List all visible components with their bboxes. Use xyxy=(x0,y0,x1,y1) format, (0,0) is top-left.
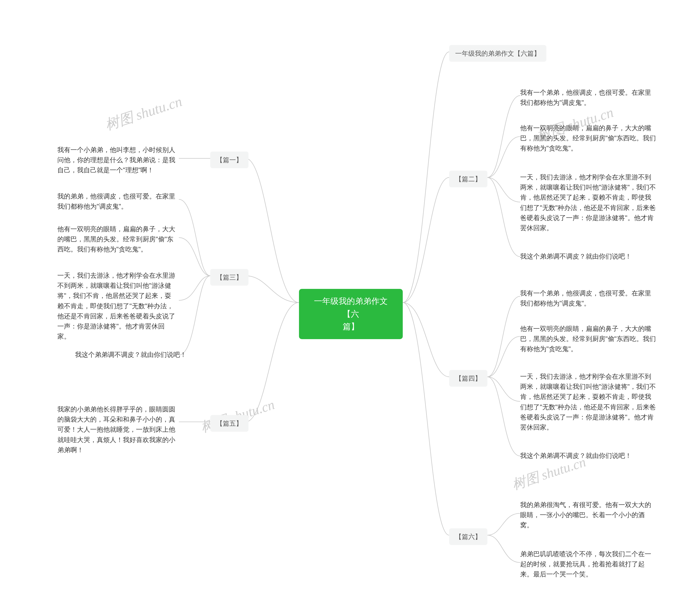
leaf-p1-1[interactable]: 我有一个小弟弟，他叫李想，小时候别人问他，你的理想是什么？我弟弟说：是我自己，我… xyxy=(57,145,177,175)
root-line1: 一年级我的弟弟作文【六 xyxy=(307,295,395,320)
leaf-p2-1[interactable]: 我有一个弟弟，他很调皮，也很可爱。在家里我们都称他为"调皮鬼"。 xyxy=(520,87,657,108)
root-node[interactable]: 一年级我的弟弟作文【六 篇】 xyxy=(299,289,403,339)
leaf-p4-2[interactable]: 他有一双明亮的眼睛，扁扁的鼻子，大大的嘴巴，黑黑的头发。经常到厨房"偷"东西吃。… xyxy=(520,324,657,354)
leaf-p2-4[interactable]: 我这个弟弟调不调皮？就由你们说吧！ xyxy=(520,251,657,261)
leaf-p3-4[interactable]: 我这个弟弟调不调皮？就由你们说吧！ xyxy=(75,350,195,359)
leaf-p6-2[interactable]: 弟弟巴叽叽喳喳说个不停，每次我们二个在一起的时候，就要抢玩具，抢着抢着就打了起来… xyxy=(520,549,657,579)
title-node[interactable]: 一年级我的弟弟作文【六篇】 xyxy=(449,45,546,62)
leaf-p4-4[interactable]: 我这个弟弟调不调皮？就由你们说吧！ xyxy=(520,450,657,461)
branch-p2[interactable]: 【篇二】 xyxy=(449,171,487,187)
branch-p5[interactable]: 【篇五】 xyxy=(210,415,249,432)
watermark: 树图 shutu.cn xyxy=(103,92,184,135)
leaf-p4-3[interactable]: 一天，我们去游泳，他才刚学会在水里游不到两米，就嚷嚷着让我们叫他"游泳健将"，我… xyxy=(520,371,657,432)
branch-p1[interactable]: 【篇一】 xyxy=(210,152,249,168)
branch-p3[interactable]: 【篇三】 xyxy=(210,269,249,286)
leaf-p3-3[interactable]: 一天，我们去游泳，他才刚学会在水里游不到两米，就嚷嚷着让我们叫他"游泳健将"，我… xyxy=(57,270,177,341)
leaf-p4-1[interactable]: 我有一个弟弟，他很调皮，也很可爱。在家里我们都称他为"调皮鬼"。 xyxy=(520,288,657,308)
leaf-p3-1[interactable]: 我的弟弟，他很调皮，也很可爱。在家里我们都称他为"调皮鬼"。 xyxy=(57,191,177,211)
leaf-p2-3[interactable]: 一天，我们去游泳，他才刚学会在水里游不到两米，就嚷嚷着让我们叫他"游泳健将"，我… xyxy=(520,172,657,233)
leaf-p6-1[interactable]: 我的弟弟很淘气，有很可爱。他有一双大大的眼睛，一张小小的嘴巴。长着一个小小的酒窝… xyxy=(520,500,657,530)
branch-p6[interactable]: 【篇六】 xyxy=(449,528,487,545)
root-line2: 篇】 xyxy=(307,320,395,333)
mindmap-canvas: 树图 shutu.cn 树图 shutu.cn 树图 shutu.cn 树图 s… xyxy=(0,0,699,616)
leaf-p5-1[interactable]: 我家的小弟弟他长得胖乎乎的，眼睛圆圆的脑袋大大的，耳朵和和鼻子小小的，真可爱！大… xyxy=(57,404,177,455)
branch-p4[interactable]: 【篇四】 xyxy=(449,370,487,386)
leaf-p2-2[interactable]: 他有一双明亮的眼睛，扁扁的鼻子，大大的嘴巴，黑黑的头发。经常到厨房"偷"东西吃。… xyxy=(520,123,657,154)
leaf-p3-2[interactable]: 他有一双明亮的眼睛，扁扁的鼻子，大大的嘴巴，黑黑的头发。经常到厨房"偷"东西吃。… xyxy=(57,224,177,254)
